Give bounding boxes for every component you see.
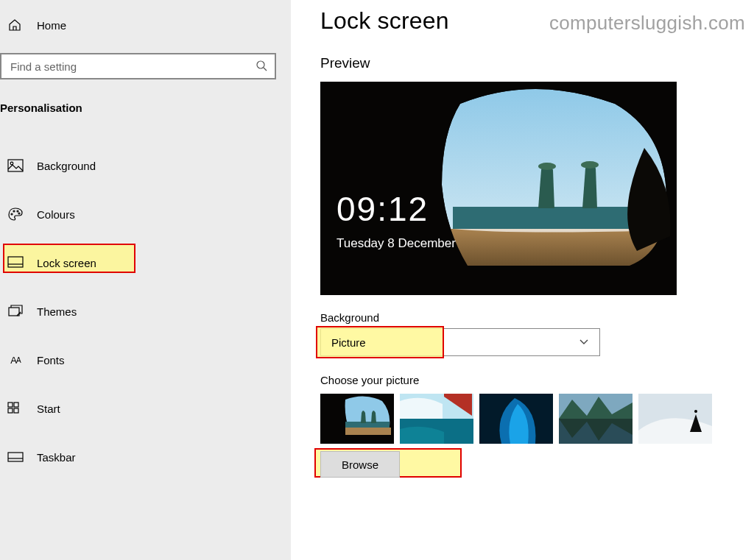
sidebar-item-start[interactable]: Start [0,394,291,423]
background-select[interactable]: Picture [320,328,600,356]
palette-icon [7,207,24,221]
background-select-value: Picture [331,336,366,349]
svg-rect-14 [14,408,18,413]
svg-rect-21 [345,422,390,428]
background-label: Background [320,311,754,324]
svg-point-5 [13,210,15,212]
lock-screen-icon [7,255,24,270]
picture-thumbnails [320,394,754,444]
preview-heading: Preview [320,55,754,71]
section-heading: Personalisation [0,79,291,121]
sidebar-item-fonts[interactable]: AA Fonts [0,345,291,375]
content-panel: computersluggish.com Lock screen Preview [291,0,754,560]
picture-thumb-5[interactable] [638,394,712,444]
sidebar-item-themes[interactable]: Themes [0,297,291,326]
picture-icon [7,158,24,173]
sidebar-item-taskbar[interactable]: Taskbar [0,442,291,472]
sidebar-item-label: Background [37,160,96,172]
sidebar-item-label: Lock screen [37,257,96,269]
svg-point-0 [257,61,264,68]
svg-rect-22 [345,428,391,435]
picture-thumb-3[interactable] [479,394,553,444]
picture-thumb-4[interactable] [559,394,633,444]
sidebar-item-label: Start [37,403,60,415]
search-input-wrap[interactable] [0,53,276,79]
start-icon [7,401,24,416]
browse-button-label: Browse [342,458,378,471]
preview-time: 09:12 [337,192,429,226]
svg-point-4 [11,213,13,215]
choose-picture-label: Choose your picture [320,374,754,386]
home-label: Home [37,19,66,32]
svg-point-18 [538,163,556,170]
sidebar-item-colours[interactable]: Colours [0,199,291,229]
picture-thumb-1[interactable] [320,394,394,444]
svg-rect-2 [8,160,23,171]
sidebar-item-label: Taskbar [37,451,76,464]
taskbar-icon [7,450,24,464]
svg-rect-13 [8,408,13,413]
sidebar-item-label: Themes [37,305,77,318]
search-icon [256,60,267,74]
preview-date: Tuesday 8 December [337,236,456,251]
home-nav[interactable]: Home [0,13,291,37]
sidebar-item-label: Fonts [37,354,65,366]
svg-rect-11 [8,403,13,407]
sidebar-item-lock-screen[interactable]: Lock screen [0,248,291,277]
svg-line-1 [264,68,267,71]
svg-point-29 [694,410,697,413]
home-icon [7,18,22,32]
svg-point-3 [10,162,13,165]
browse-button[interactable]: Browse [320,451,400,478]
svg-rect-15 [8,453,23,461]
svg-point-6 [17,210,18,212]
lockscreen-preview: 09:12 Tuesday 8 December [320,82,677,295]
themes-icon [7,304,24,319]
settings-sidebar: Home Personalisation [0,0,291,560]
sidebar-item-label: Colours [37,208,75,221]
svg-rect-8 [8,257,23,267]
sidebar-item-background[interactable]: Background [0,151,291,180]
picture-thumb-2[interactable] [400,394,473,444]
watermark: computersluggish.com [549,12,745,35]
svg-point-19 [581,161,599,169]
svg-point-7 [18,213,20,214]
personalisation-nav: Background Colours [0,151,291,491]
fonts-icon: AA [7,352,24,367]
svg-rect-12 [14,403,18,407]
search-input[interactable] [9,60,256,74]
chevron-down-icon [579,336,589,349]
